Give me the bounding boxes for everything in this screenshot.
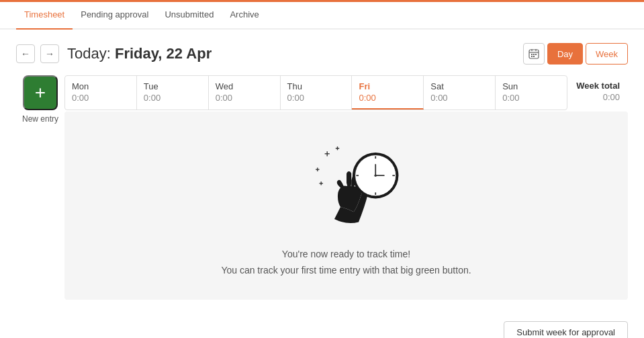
date-header: ← → Today: Friday, 22 Apr: [16, 43, 628, 65]
empty-state-area: You're now ready to track time! You can …: [64, 112, 628, 300]
week-view-btn[interactable]: Week: [586, 43, 628, 65]
svg-rect-8: [533, 56, 535, 57]
svg-rect-5: [533, 54, 535, 55]
date-title: Today: Friday, 22 Apr: [67, 45, 212, 62]
day-view-btn[interactable]: Day: [547, 43, 583, 65]
week-total: Week total 0:00: [567, 75, 628, 110]
date-nav: ← → Today: Friday, 22 Apr: [16, 44, 212, 63]
prev-arrow[interactable]: ←: [16, 44, 35, 63]
day-sat: Sat 0:00: [424, 76, 496, 110]
day-fri: Fri 0:00: [352, 76, 424, 110]
svg-rect-4: [531, 54, 533, 55]
week-row: Mon 0:00 Tue 0:00 Wed 0:00 Th: [64, 75, 628, 110]
footer: Submit week for approval: [0, 313, 644, 338]
calendar-icon: [528, 48, 539, 59]
new-entry-label: New entry: [22, 114, 58, 124]
day-wed: Wed 0:00: [209, 76, 281, 110]
submit-week-button[interactable]: Submit week for approval: [504, 321, 628, 338]
days-grid: Mon 0:00 Tue 0:00 Wed 0:00 Th: [64, 75, 567, 110]
content-body: + New entry Mon 0:00 Tue 0:00: [16, 75, 628, 300]
svg-rect-6: [535, 54, 537, 55]
view-toggle: Day Week: [523, 43, 628, 65]
tab-archive[interactable]: Archive: [222, 0, 267, 30]
right-section: Mon 0:00 Tue 0:00 Wed 0:00 Th: [64, 75, 628, 300]
empty-message: You're now ready to track time! You can …: [221, 247, 471, 279]
new-entry-section: + New entry: [16, 75, 64, 124]
content-area: ← → Today: Friday, 22 Apr: [0, 30, 644, 313]
clock-illustration: [286, 132, 407, 233]
new-entry-button[interactable]: +: [23, 75, 58, 110]
day-tue: Tue 0:00: [137, 76, 209, 110]
day-mon: Mon 0:00: [65, 76, 137, 110]
svg-rect-7: [531, 56, 533, 57]
tab-unsubmitted[interactable]: Unsubmitted: [156, 0, 222, 30]
tab-pending-approval[interactable]: Pending approval: [73, 0, 156, 30]
tab-timesheet[interactable]: Timesheet: [16, 0, 73, 30]
day-sun: Sun 0:00: [496, 76, 567, 110]
day-thu: Thu 0:00: [281, 76, 353, 110]
top-nav: Timesheet Pending approval Unsubmitted A…: [0, 0, 644, 30]
calendar-icon-btn[interactable]: [523, 43, 545, 65]
next-arrow[interactable]: →: [40, 44, 59, 63]
